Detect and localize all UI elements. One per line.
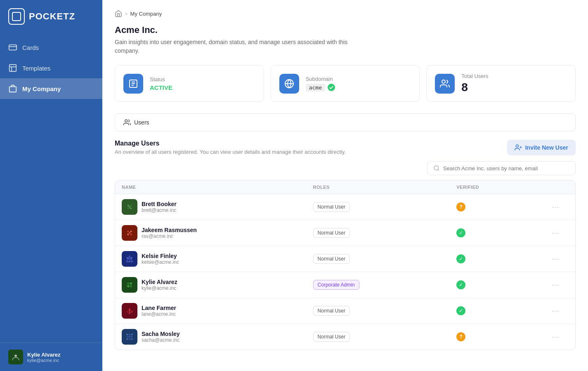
role-cell-lane: Normal User	[313, 306, 457, 316]
svg-point-49	[127, 334, 128, 335]
col-actions	[552, 185, 569, 190]
svg-line-18	[438, 169, 439, 171]
company-icon	[8, 84, 17, 93]
avatar	[122, 199, 137, 215]
sidebar-item-my-company-label: My Company	[22, 85, 61, 92]
sidebar-user: Kylie Alvarez kylie@acme.inc	[0, 343, 102, 371]
role-badge: Normal User	[313, 202, 350, 212]
total-users-label: Total Users	[461, 73, 488, 79]
verified-check-icon: ✓	[456, 306, 465, 315]
verified-check-icon: ✓	[456, 254, 465, 263]
svg-rect-20	[128, 205, 129, 207]
role-cell-kylie: Corporate Admin	[313, 280, 457, 290]
cards-icon	[8, 43, 17, 52]
total-users-value: 8	[461, 81, 488, 94]
user-cell-brett: Brett Booker brett@acme.inc	[122, 199, 313, 215]
breadcrumb-separator: >	[125, 11, 128, 17]
verified-cell-sacha: ?	[456, 332, 552, 341]
sidebar-item-my-company[interactable]: My Company	[0, 78, 102, 99]
role-badge: Normal User	[313, 228, 350, 238]
user-info: Kylie Alvarez kylie@acme.inc	[27, 352, 60, 363]
logo-icon	[8, 8, 25, 25]
total-users-info: Total Users 8	[461, 73, 488, 94]
table-row: Jakeem Rasmussen ras@acme.inc Normal Use…	[115, 220, 575, 246]
svg-point-13	[125, 120, 128, 122]
status-icon	[128, 79, 138, 89]
more-options-button[interactable]: ···	[552, 307, 560, 315]
actions-cell-jakeem: ···	[552, 229, 569, 237]
more-options-button[interactable]: ···	[552, 281, 560, 289]
table-row: Lane Farmer lane@acme.inc Normal User ✓ …	[115, 298, 575, 324]
table-header: NAME ROLES VERIFIED	[115, 181, 575, 194]
home-icon	[115, 10, 122, 17]
main-content: > My Company Acme Inc. Gain insights int…	[102, 0, 588, 371]
more-options-button[interactable]: ···	[552, 333, 560, 341]
svg-point-32	[128, 258, 131, 260]
sidebar-item-cards[interactable]: Cards	[0, 37, 102, 58]
user-email-sacha: sacha@acme.inc	[142, 337, 180, 343]
search-icon	[433, 165, 440, 171]
verified-check-icon: ✓	[456, 280, 465, 289]
users-tab[interactable]: Users	[115, 113, 576, 131]
verified-cell-jakeem: ✓	[456, 228, 552, 237]
verified-cell-brett: ?	[456, 202, 552, 211]
status-card: Status ACTIVE	[115, 65, 264, 102]
more-options-button[interactable]: ···	[552, 203, 560, 211]
templates-icon	[8, 63, 17, 73]
svg-point-36	[125, 281, 134, 289]
user-cell-sacha: Sacha Mosley sacha@acme.inc	[122, 329, 313, 345]
role-cell-jakeem: Normal User	[313, 228, 457, 238]
avatar	[122, 277, 137, 293]
verified-pending-icon: ?	[456, 202, 465, 211]
user-name: Kylie Alvarez	[27, 352, 60, 358]
role-cell-kelsie: Normal User	[313, 254, 457, 264]
svg-point-24	[129, 207, 130, 208]
globe-icon	[284, 79, 294, 89]
manage-text: Manage Users An overview of all users re…	[115, 140, 346, 155]
actions-cell-brett: ···	[552, 203, 569, 211]
sidebar-item-templates-label: Templates	[22, 65, 50, 72]
sidebar-item-templates[interactable]: Templates	[0, 58, 102, 78]
more-options-button[interactable]: ···	[552, 229, 560, 237]
svg-point-51	[127, 338, 128, 340]
manage-description: An overview of all users registered. You…	[115, 149, 346, 155]
table-row: Sacha Mosley sacha@acme.inc Normal User …	[115, 324, 575, 350]
table-row: Kylie Alvarez kylie@acme.inc Corporate A…	[115, 272, 575, 298]
user-email-brett: brett@acme.inc	[142, 207, 177, 213]
total-users-card: Total Users 8	[426, 65, 576, 102]
status-info: Status ACTIVE	[150, 76, 172, 91]
sidebar: POCKETZ Cards Templates My Company	[0, 0, 102, 371]
role-cell-sacha: Normal User	[313, 332, 457, 342]
user-name-kylie: Kylie Alvarez	[142, 279, 177, 285]
more-options-button[interactable]: ···	[552, 255, 560, 263]
col-roles: ROLES	[313, 185, 457, 190]
user-avatar-icon	[11, 352, 20, 362]
svg-rect-38	[130, 282, 132, 284]
actions-cell-sacha: ···	[552, 333, 569, 341]
status-value: ACTIVE	[150, 84, 172, 91]
user-email-kelsie: kelsie@acme.inc	[142, 259, 179, 265]
svg-point-43	[127, 311, 128, 312]
user-cell-kylie: Kylie Alvarez kylie@acme.inc	[122, 277, 313, 293]
user-cell-lane: Lane Farmer lane@acme.inc	[122, 303, 313, 319]
user-name-jakeem: Jakeem Rasmussen	[142, 227, 197, 233]
search-row	[115, 161, 576, 175]
user-email-lane: lane@acme.inc	[142, 311, 176, 317]
user-name-brett: Brett Booker	[142, 201, 177, 207]
svg-point-35	[129, 261, 130, 262]
svg-point-27	[130, 230, 132, 232]
logo: POCKETZ	[0, 0, 102, 33]
manage-header: Manage Users An overview of all users re…	[115, 140, 576, 155]
breadcrumb-current: My Company	[130, 11, 162, 17]
role-badge: Normal User	[313, 332, 350, 342]
svg-point-11	[328, 84, 335, 91]
svg-rect-2	[9, 65, 17, 72]
svg-point-42	[129, 308, 130, 310]
user-email: kylie@acme.inc	[27, 358, 60, 363]
svg-rect-0	[9, 45, 17, 50]
actions-cell-kylie: ···	[552, 281, 569, 289]
user-email-kylie: kylie@acme.inc	[142, 285, 177, 291]
svg-rect-5	[9, 87, 17, 92]
search-input[interactable]	[443, 165, 569, 171]
invite-new-user-button[interactable]: Invite New User	[507, 140, 576, 155]
